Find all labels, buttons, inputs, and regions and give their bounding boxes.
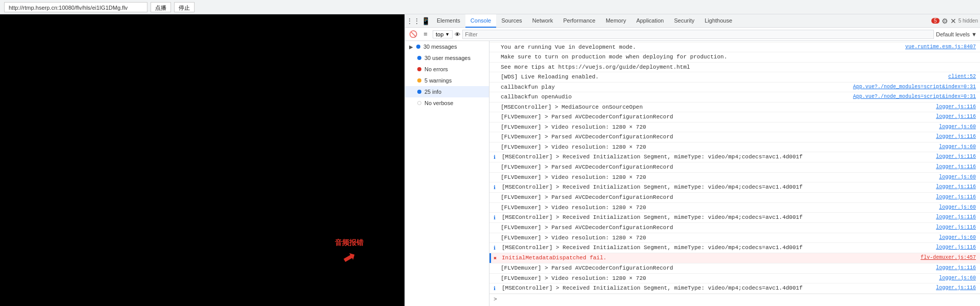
blue-bar (489, 253, 491, 263)
info-icon: ℹ (494, 214, 501, 222)
log-source[interactable]: logger.js:116 (936, 183, 976, 191)
tab-elements[interactable]: Elements (432, 14, 465, 28)
log-source[interactable]: logger.js:116 (936, 284, 976, 292)
log-source[interactable]: logger.js:116 (936, 193, 976, 201)
log-text: [FLVDemuxer] > Parsed AVCDecoderConfigur… (501, 113, 932, 121)
log-text: Make sure to turn on production mode whe… (501, 53, 976, 62)
tab-performance[interactable]: Performance (558, 14, 601, 28)
arrow-icon: ▶ (409, 44, 413, 50)
tab-console[interactable]: Console (465, 14, 496, 28)
sidebar-toggle-icon[interactable]: ≡ (420, 29, 431, 39)
log-source[interactable]: logger.js:60 (939, 203, 976, 211)
log-entry: [WDS] Live Reloading enabled.client:52 (489, 72, 980, 83)
log-source[interactable]: logger.js:60 (939, 143, 976, 151)
video-panel: 音频报错 ➡ (0, 14, 404, 306)
filter-eye-icon[interactable]: 👁 (455, 31, 460, 37)
log-source[interactable]: logger.js:116 (936, 264, 976, 272)
log-source[interactable]: vue.runtime.esm.js:8407 (905, 43, 976, 51)
tab-lighthouse[interactable]: Lighthouse (699, 14, 737, 28)
log-entry: Make sure to turn on production mode whe… (489, 52, 980, 63)
filter-input[interactable] (462, 30, 934, 39)
log-entry: ℹ[MSEController] > Received Initializati… (489, 283, 980, 294)
top-right-badges: 5 ⚙ ✕ 5 hidden (931, 17, 978, 25)
main-layout: 音频报错 ➡ ⋮⋮ 📱 Elements Console Sources Net… (0, 14, 980, 306)
log-source[interactable]: logger.js:116 (936, 113, 976, 120)
log-text: You are running Vue in development mode. (501, 43, 901, 52)
sidebar-item-info[interactable]: 25 info (405, 86, 489, 97)
tab-sources[interactable]: Sources (496, 14, 527, 28)
info-icon: ℹ (494, 154, 501, 161)
device-icon[interactable]: 📱 (419, 15, 432, 27)
log-text: [FLVDemuxer] > Video resolution: 1280 × … (501, 203, 935, 212)
sidebar-item-messages[interactable]: ▶ 30 messages (405, 41, 489, 52)
sidebar-item-warnings[interactable]: 5 warnings (405, 75, 489, 86)
console-body: ▶ 30 messages 30 user messages No errors (405, 41, 980, 306)
log-source[interactable]: logger.js:60 (939, 274, 976, 282)
log-source[interactable]: App.vue?./node_modules=script&index=0:31 (853, 83, 976, 91)
close-icon[interactable]: ✕ (950, 17, 956, 25)
warnings-dot (417, 78, 421, 83)
log-text: [WDS] Live Reloading enabled. (501, 73, 944, 81)
log-source[interactable]: logger.js:116 (936, 223, 976, 231)
log-source[interactable]: client:52 (948, 73, 976, 80)
log-entry: [FLVDemuxer] > Video resolution: 1280 × … (489, 142, 980, 153)
log-source[interactable]: logger.js:116 (936, 153, 976, 160)
sidebar-item-verbose[interactable]: No verbose (405, 97, 489, 109)
log-entry: [FLVDemuxer] > Parsed AVCDecoderConfigur… (489, 112, 980, 123)
log-source[interactable]: logger.js:116 (936, 243, 976, 251)
log-source[interactable]: flv-demuxer.js:457 (921, 254, 976, 261)
context-dropdown-arrow: ▼ (445, 32, 450, 37)
annotation-text: 音频报错 (335, 238, 364, 248)
log-source[interactable]: logger.js:60 (939, 234, 976, 241)
log-entry: [FLVDemuxer] > Parsed AVCDecoderConfigur… (489, 193, 980, 203)
log-source[interactable]: logger.js:116 (936, 133, 976, 140)
info-icon: ℹ (494, 285, 501, 293)
log-entry: [FLVDemuxer] > Parsed AVCDecoderConfigur… (489, 162, 980, 173)
tab-memory[interactable]: Memory (601, 14, 631, 28)
log-source[interactable]: logger.js:116 (936, 213, 976, 221)
click-button[interactable]: 点播 (151, 2, 171, 12)
top-bar: http://rtmp.hserp.cn:10080/flv/hls/ei1IG… (0, 0, 980, 14)
inspect-icon[interactable]: ⋮⋮ (407, 15, 419, 27)
sidebar-item-user-messages[interactable]: 30 user messages (405, 52, 489, 64)
log-entry: [FLVDemuxer] > Video resolution: 1280 × … (489, 233, 980, 243)
console-toolbar: 🚫 ≡ top ▼ 👁 Default levels ▼ (405, 28, 980, 41)
log-entry: ℹ[MSEController] > Received Initializati… (489, 182, 980, 193)
console-log[interactable]: Download the Vue Devtools extension for … (489, 41, 980, 306)
log-text: See more tips at https://vuejs.org/guide… (501, 63, 976, 72)
log-entry: [FLVDemuxer] > Parsed AVCDecoderConfigur… (489, 132, 980, 142)
log-entry: [FLVDemuxer] > Video resolution: 1280 × … (489, 173, 980, 183)
log-source[interactable]: logger.js:116 (936, 163, 976, 171)
log-source[interactable]: logger.js:60 (939, 123, 976, 131)
verbose-dot (417, 101, 421, 105)
annotation: 音频报错 ➡ (335, 238, 364, 265)
clear-console-icon[interactable]: 🚫 (408, 29, 418, 39)
log-text: [MSEController] > Received Initializatio… (502, 284, 932, 293)
log-entry: ℹ[MSEController] > Received Initializati… (489, 152, 980, 162)
log-source[interactable]: App.vue?./node_modules=script&index=0:31 (853, 93, 976, 100)
context-selector[interactable]: top ▼ (433, 30, 453, 38)
stop-button[interactable]: 停止 (174, 2, 195, 12)
log-entry: [FLVDemuxer] > Video resolution: 1280 × … (489, 123, 980, 133)
log-text: [MSEController] > MediaSource onSourceOp… (501, 103, 932, 112)
tab-application[interactable]: Application (631, 14, 669, 28)
tab-network[interactable]: Network (527, 14, 558, 28)
log-text: [FLVDemuxer] > Video resolution: 1280 × … (501, 173, 935, 182)
settings-icon[interactable]: ⚙ (942, 17, 948, 25)
log-source[interactable]: logger.js:60 (939, 173, 976, 181)
tab-security[interactable]: Security (669, 14, 699, 28)
log-text: [FLVDemuxer] > Parsed AVCDecoderConfigur… (501, 163, 932, 172)
log-entry: [MSEController] > MediaSource onSourceOp… (489, 103, 980, 113)
info-dot (417, 90, 421, 94)
log-text: [FLVDemuxer] > Parsed AVCDecoderConfigur… (501, 193, 932, 202)
info-icon: ℹ (494, 184, 501, 192)
info-icon: ℹ (494, 244, 501, 252)
default-levels[interactable]: Default levels ▼ (936, 31, 977, 37)
log-text: [MSEController] > Received Initializatio… (502, 183, 932, 192)
sidebar-item-errors[interactable]: No errors (405, 64, 489, 75)
log-entry: ℹ[MSEController] > Received Initializati… (489, 213, 980, 223)
log-text: [FLVDemuxer] > Parsed AVCDecoderConfigur… (501, 223, 932, 232)
log-source[interactable]: logger.js:116 (936, 103, 976, 111)
log-text: [FLVDemuxer] > Video resolution: 1280 × … (501, 143, 935, 152)
log-text: [MSEController] > Received Initializatio… (502, 213, 932, 222)
